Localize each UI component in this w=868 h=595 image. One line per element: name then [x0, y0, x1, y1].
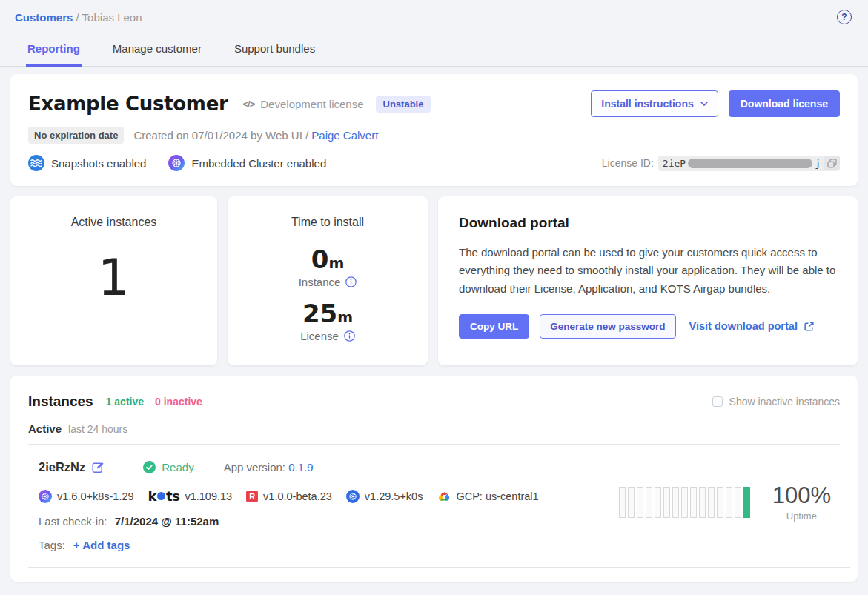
feature-embedded-cluster: Embedded Cluster enabled: [168, 155, 326, 171]
license-type: </> Development license: [242, 98, 363, 110]
license-id-start: 2ieP: [663, 158, 686, 169]
breadcrumb: Customers / Tobias Leon: [15, 11, 142, 24]
uptime-bar: [646, 487, 652, 518]
copy-license-icon[interactable]: [824, 156, 840, 170]
customer-header-card: Example Customer </> Development license…: [10, 74, 858, 186]
gcp-region: GCP: us-central1: [437, 491, 538, 502]
uptime-bar: [690, 487, 697, 518]
chevron-down-icon: [700, 102, 708, 106]
active-count: 1 active: [106, 396, 144, 408]
instance-row: 2ieRzNz Ready App version: 0.1.9: [28, 445, 840, 551]
instance-status-label: Ready: [162, 461, 193, 473]
app-version: App version: 0.1.9: [224, 461, 314, 473]
active-section-range: last 24 hours: [68, 423, 127, 435]
main-content: Example Customer </> Development license…: [0, 67, 868, 582]
show-inactive-checkbox[interactable]: [712, 396, 723, 407]
version-list: v1.6.0+k8s-1.29 kts v1.109.13 R v1.0.0-b…: [39, 488, 619, 504]
uptime-bar: [735, 487, 741, 518]
download-portal-description: The download portal can be used to give …: [459, 244, 837, 298]
app-version-link[interactable]: 0.1.9: [288, 461, 313, 473]
tab-reporting[interactable]: Reporting: [26, 36, 82, 67]
breadcrumb-customers-link[interactable]: Customers: [15, 11, 73, 24]
uptime-block: 100% Uptime: [772, 482, 831, 522]
last-checkin: Last check-in: 7/1/2024 @ 11:52am: [39, 515, 619, 528]
row-divider: [28, 567, 850, 568]
uptime-bar: [619, 487, 626, 518]
license-id-redacted: [688, 159, 812, 168]
external-link-icon: [804, 321, 815, 332]
install-instructions-button[interactable]: Install instructions: [591, 90, 718, 117]
visit-portal-link[interactable]: Visit download portal: [689, 320, 815, 332]
uptime-bar: [717, 487, 723, 518]
download-portal-card: Download portal The download portal can …: [438, 196, 858, 365]
channel-badge: Unstable: [376, 96, 431, 113]
uptime-bar: [655, 487, 661, 518]
feature-snapshots: Snapshots enabled: [28, 155, 146, 171]
uptime-bar: [743, 487, 750, 518]
embedded-cluster-icon: [39, 490, 52, 503]
license-install-label: License: [300, 330, 339, 342]
time-to-install-card: Time to install 0m Instance 25m License: [228, 196, 428, 365]
active-instances-title: Active instances: [10, 216, 217, 229]
tab-support-bundles[interactable]: Support bundles: [233, 36, 317, 67]
uptime-bar: [708, 487, 715, 518]
install-instructions-label: Install instructions: [601, 98, 693, 110]
tab-bar: Reporting Manage customer Support bundle…: [0, 29, 868, 67]
show-inactive-label: Show inactive instances: [729, 396, 840, 408]
instance-id: 2ieRzNz: [39, 460, 85, 474]
kots-logo: kts: [148, 488, 180, 504]
active-instances-value: 1: [10, 253, 217, 303]
instance-install-time: 0m: [228, 247, 428, 272]
uptime-bar: [681, 487, 688, 518]
uptime-bar: [663, 487, 670, 518]
instance-status: Ready: [143, 461, 193, 473]
add-tags-link[interactable]: + Add tags: [73, 539, 130, 551]
breadcrumb-current: Tobias Leon: [82, 11, 142, 24]
active-section-label: Active: [28, 422, 62, 435]
license-type-label: Development license: [260, 98, 363, 110]
kubernetes-version: v1.29.5+k0s: [346, 490, 423, 503]
license-id-value: 2ieP j: [658, 156, 840, 171]
replicated-icon: R: [246, 491, 258, 502]
tab-manage-customer[interactable]: Manage customer: [111, 36, 203, 67]
feature-snapshots-label: Snapshots enabled: [51, 157, 146, 170]
copy-url-button[interactable]: Copy URL: [459, 314, 529, 339]
download-portal-title: Download portal: [459, 215, 837, 231]
uptime-value: 100%: [772, 482, 831, 509]
visit-portal-label: Visit download portal: [689, 320, 798, 332]
code-icon: </>: [242, 99, 254, 110]
edit-instance-icon[interactable]: [92, 461, 105, 473]
tags-row: Tags: + Add tags: [39, 539, 619, 551]
kubernetes-icon: [346, 490, 360, 503]
gcp-icon: [437, 491, 451, 502]
info-icon[interactable]: [345, 276, 357, 287]
snapshots-icon: [28, 155, 44, 171]
embedded-cluster-icon: [168, 155, 185, 171]
uptime-label: Uptime: [772, 511, 831, 522]
expiration-badge: No expiration date: [28, 127, 124, 144]
uptime-bar: [726, 487, 732, 518]
instance-install-label: Instance: [299, 276, 341, 288]
top-bar: Customers / Tobias Leon ?: [0, 0, 868, 29]
ready-check-icon: [143, 461, 156, 473]
inactive-count: 0 inactive: [155, 396, 202, 408]
uptime-bar: [628, 487, 635, 518]
created-text: Created on 07/01/2024 by Web UI / Paige …: [133, 129, 378, 142]
embedded-cluster-version: v1.6.0+k8s-1.29: [39, 490, 134, 503]
uptime-bars: [619, 487, 750, 518]
active-instances-card: Active instances 1: [10, 196, 217, 365]
license-id-end: j: [815, 158, 821, 169]
breadcrumb-separator: /: [76, 11, 82, 24]
info-icon[interactable]: [344, 330, 355, 342]
uptime-bar: [637, 487, 643, 518]
generate-password-button[interactable]: Generate new password: [540, 314, 675, 339]
license-id-box: License ID: 2ieP j: [602, 156, 840, 171]
feature-embedded-cluster-label: Embedded Cluster enabled: [191, 157, 326, 170]
created-by-link[interactable]: Paige Calvert: [311, 129, 378, 142]
tags-label: Tags:: [39, 539, 65, 551]
download-license-button[interactable]: Download license: [729, 90, 840, 117]
replicated-version: R v1.0.0-beta.23: [246, 491, 332, 502]
instances-title: Instances: [28, 393, 93, 410]
license-install-time: 25m: [228, 301, 428, 326]
help-icon[interactable]: ?: [837, 10, 852, 24]
